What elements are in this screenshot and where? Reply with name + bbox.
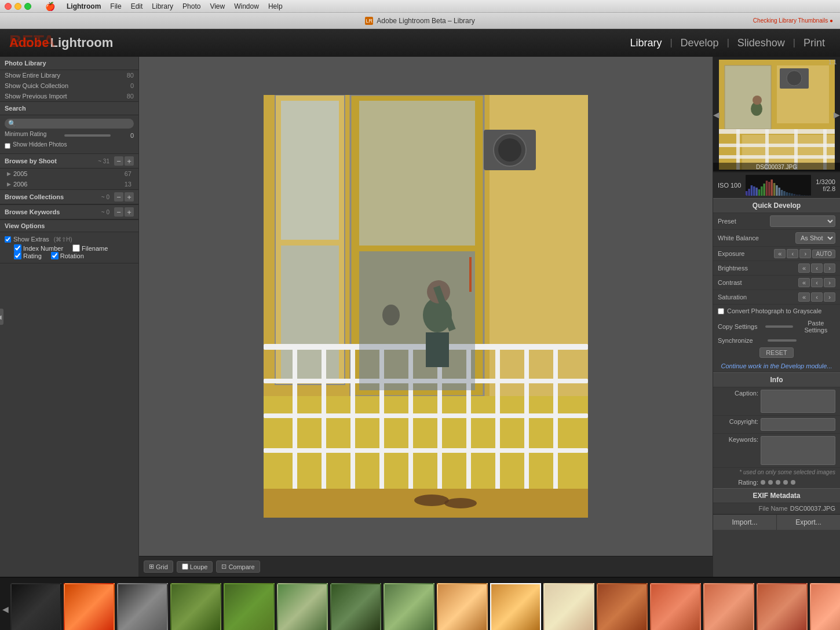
show-extras-checkbox[interactable] xyxy=(5,236,11,243)
view-menu[interactable]: View xyxy=(210,2,225,10)
exposure-dec[interactable]: ‹ xyxy=(787,249,798,258)
rating-checkbox[interactable] xyxy=(14,252,21,259)
exposure-dec-large[interactable]: « xyxy=(774,249,786,258)
contrast-dec[interactable]: ‹ xyxy=(811,278,823,287)
film-thumb-5[interactable] xyxy=(224,583,275,630)
browse-shoot-expand[interactable]: + xyxy=(125,156,134,166)
exif-header[interactable]: EXIF Metadata xyxy=(713,488,840,503)
browse-keywords-collapse[interactable]: − xyxy=(114,207,123,217)
keywords-input[interactable] xyxy=(761,436,835,465)
nav-slideshow[interactable]: Slideshow xyxy=(732,35,791,52)
film-thumb-3[interactable] xyxy=(117,583,168,630)
grid-view-button[interactable]: ⊞ Grid xyxy=(144,561,173,573)
preview-prev-arrow[interactable]: ◀ xyxy=(713,110,720,119)
rating-dot-5[interactable] xyxy=(791,480,795,485)
loupe-checkbox[interactable] xyxy=(182,563,188,570)
rotation-checkbox[interactable] xyxy=(51,252,59,259)
rating-dots[interactable] xyxy=(761,480,795,485)
synchronize-slider[interactable] xyxy=(768,339,797,342)
import-button[interactable]: Import... xyxy=(713,515,777,530)
show-hidden-photos-checkbox[interactable] xyxy=(5,143,10,149)
library-menu[interactable]: Library xyxy=(152,2,173,10)
film-thumb-1[interactable] xyxy=(10,583,61,630)
film-thumb-7[interactable] xyxy=(330,583,381,630)
paste-settings-button[interactable]: Paste Settings xyxy=(797,320,835,334)
edit-menu[interactable]: Edit xyxy=(131,2,143,10)
maximize-button[interactable] xyxy=(24,3,31,10)
reset-button[interactable]: RESET xyxy=(759,347,794,358)
window-menu[interactable]: Window xyxy=(234,2,259,10)
minimum-rating-slider[interactable] xyxy=(64,134,111,137)
saturation-dec-large[interactable]: « xyxy=(798,292,810,302)
show-entire-library[interactable]: Show Entire Library 80 xyxy=(0,70,138,80)
brightness-dec-large[interactable]: « xyxy=(798,263,810,273)
left-panel-collapse[interactable]: ◀ xyxy=(0,309,3,325)
rating-dot-2[interactable] xyxy=(768,480,773,485)
copyright-input[interactable] xyxy=(761,418,835,431)
loupe-view-button[interactable]: Loupe xyxy=(177,561,213,573)
preview-next-arrow[interactable]: ▶ xyxy=(834,110,840,119)
continue-develop-link[interactable]: Continue work in the Develop module... xyxy=(721,362,832,369)
browse-keywords-header[interactable]: Browse Keywords ~ 0 − + xyxy=(0,205,138,219)
nav-print[interactable]: Print xyxy=(798,35,831,52)
rating-dot-3[interactable] xyxy=(776,480,780,485)
film-thumb-4[interactable] xyxy=(170,583,221,630)
film-thumb-12[interactable] xyxy=(597,583,648,630)
film-thumb-9[interactable] xyxy=(437,583,488,630)
show-previous-import[interactable]: Show Previous Import 80 xyxy=(0,91,138,101)
help-menu[interactable]: Help xyxy=(268,2,283,10)
browse-collections-header[interactable]: Browse Collections ~ 0 − + xyxy=(0,190,138,204)
film-thumb-6[interactable] xyxy=(277,583,328,630)
film-thumb-15[interactable] xyxy=(757,583,808,630)
file-menu[interactable]: File xyxy=(110,2,121,10)
saturation-inc[interactable]: › xyxy=(824,292,835,302)
contrast-inc[interactable]: › xyxy=(824,278,835,287)
film-thumb-2[interactable] xyxy=(64,583,115,630)
exposure-inc[interactable]: › xyxy=(799,249,811,258)
caption-input[interactable] xyxy=(761,390,835,413)
film-thumb-8[interactable] xyxy=(384,583,434,630)
film-thumb-11[interactable] xyxy=(543,583,594,630)
caption-label: Caption: xyxy=(718,390,758,397)
browse-keywords-expand[interactable]: + xyxy=(125,207,134,217)
browse-shoot-collapse[interactable]: − xyxy=(114,156,123,166)
search-options: Minimum Rating 0 Show Hidden Photos xyxy=(5,131,134,150)
grayscale-checkbox[interactable] xyxy=(718,308,724,314)
filmstrip-prev-arrow[interactable]: ◀ xyxy=(1,578,9,630)
film-thumb-16[interactable] xyxy=(810,583,840,630)
svg-rect-4 xyxy=(281,246,339,379)
film-thumb-10[interactable] xyxy=(490,583,541,630)
film-thumb-13[interactable] xyxy=(650,583,701,630)
search-input[interactable] xyxy=(19,120,130,127)
nav-library[interactable]: Library xyxy=(624,35,667,52)
browse-shoot-2006[interactable]: ▶ 2006 13 xyxy=(0,179,138,189)
apple-menu[interactable]: 🍎 xyxy=(45,2,55,11)
browse-collections-collapse[interactable]: − xyxy=(114,192,123,202)
brightness-inc[interactable]: › xyxy=(824,263,835,273)
saturation-dec[interactable]: ‹ xyxy=(811,292,823,302)
export-button[interactable]: Export... xyxy=(777,515,840,530)
film-thumb-14[interactable] xyxy=(703,583,754,630)
browse-collections-expand[interactable]: + xyxy=(125,192,134,202)
rating-dot-1[interactable] xyxy=(761,480,765,485)
white-balance-select[interactable]: As Shot xyxy=(795,232,835,244)
minimize-button[interactable] xyxy=(14,3,21,10)
show-quick-collection[interactable]: Show Quick Collection 0 xyxy=(0,80,138,91)
exposure-auto[interactable]: AUTO xyxy=(812,250,835,258)
nav-develop[interactable]: Develop xyxy=(675,35,725,52)
filename-checkbox[interactable] xyxy=(72,244,80,252)
app-menu[interactable]: Lightroom xyxy=(67,2,101,10)
close-button[interactable] xyxy=(5,3,12,10)
compare-view-button[interactable]: ⊡ Compare xyxy=(216,561,260,573)
brightness-dec[interactable]: ‹ xyxy=(811,263,823,273)
preview-svg xyxy=(719,60,835,170)
index-number-checkbox[interactable] xyxy=(14,244,21,252)
preset-select[interactable] xyxy=(770,215,835,227)
photo-menu[interactable]: Photo xyxy=(182,2,200,10)
browse-shoot-header[interactable]: Browse by Shoot ~ 31 − + xyxy=(0,154,138,169)
browse-shoot-2005[interactable]: ▶ 2005 67 xyxy=(0,169,138,179)
contrast-dec-large[interactable]: « xyxy=(798,278,810,287)
rating-dot-4[interactable] xyxy=(783,480,788,485)
copy-settings-slider[interactable] xyxy=(765,325,793,328)
traffic-lights[interactable] xyxy=(5,3,31,10)
